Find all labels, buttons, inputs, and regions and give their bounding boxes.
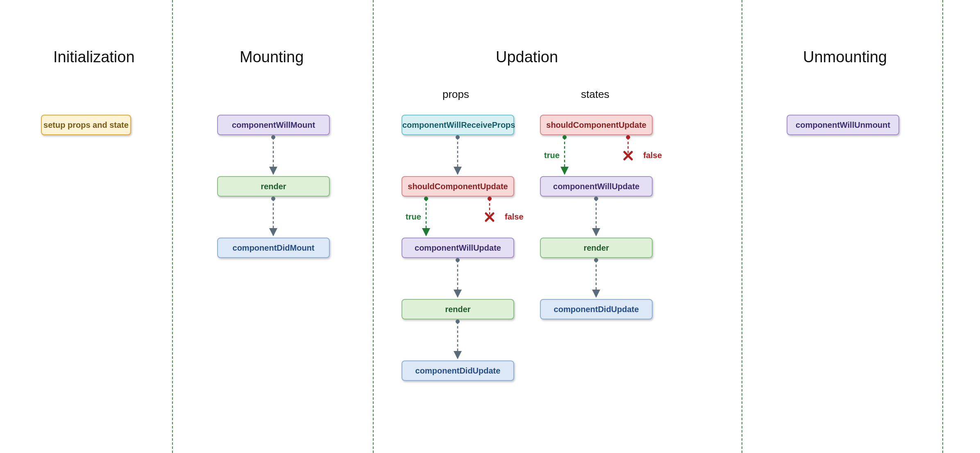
subheading-states: states	[581, 88, 609, 101]
heading-updation: Updation	[496, 48, 558, 66]
svg-point-8	[488, 197, 492, 201]
heading-unmounting: Unmounting	[803, 48, 887, 66]
svg-point-12	[456, 258, 460, 262]
svg-line-20	[624, 152, 632, 159]
node-will-receive-props: componentWillReceiveProps	[402, 115, 514, 135]
node-component-will-mount: componentWillMount	[217, 115, 330, 135]
svg-point-0	[271, 135, 275, 139]
svg-point-24	[594, 258, 598, 262]
svg-line-11	[486, 213, 493, 221]
diagram-canvas: Initialization Mounting Updation Unmount…	[0, 0, 980, 453]
svg-line-21	[624, 152, 632, 159]
edge-label-props-true: true	[406, 212, 421, 222]
node-states-did-update: componentDidUpdate	[540, 299, 653, 319]
svg-point-22	[594, 197, 598, 201]
edge-label-states-false: false	[643, 151, 662, 160]
node-props-will-update: componentWillUpdate	[402, 238, 514, 258]
heading-initialization: Initialization	[53, 48, 135, 66]
svg-point-18	[626, 135, 630, 139]
subheading-props: props	[442, 88, 469, 101]
node-component-did-mount: componentDidMount	[217, 238, 330, 258]
node-props-did-update: componentDidUpdate	[402, 360, 514, 381]
edge-label-props-false: false	[505, 212, 524, 222]
node-states-will-update: componentWillUpdate	[540, 176, 653, 197]
svg-point-6	[424, 197, 428, 201]
node-states-render: render	[540, 238, 653, 258]
edges-layer	[0, 0, 980, 453]
svg-point-14	[456, 319, 460, 324]
node-setup-props-state: setup props and state	[41, 115, 131, 135]
edge-label-states-true: true	[544, 151, 560, 160]
svg-point-4	[456, 135, 460, 139]
node-will-unmount: componentWillUnmount	[787, 115, 899, 135]
divider-3	[742, 0, 742, 453]
svg-point-2	[271, 197, 275, 201]
divider-1	[172, 0, 173, 453]
heading-mounting: Mounting	[240, 48, 304, 66]
svg-line-10	[486, 213, 493, 221]
divider-2	[373, 0, 374, 453]
node-states-should-update: shouldComponentUpdate	[540, 115, 653, 135]
node-props-render: render	[402, 299, 514, 319]
divider-4	[942, 0, 943, 453]
node-props-should-update: shouldComponentUpdate	[402, 176, 514, 197]
node-mount-render: render	[217, 176, 330, 197]
svg-point-16	[563, 135, 567, 139]
